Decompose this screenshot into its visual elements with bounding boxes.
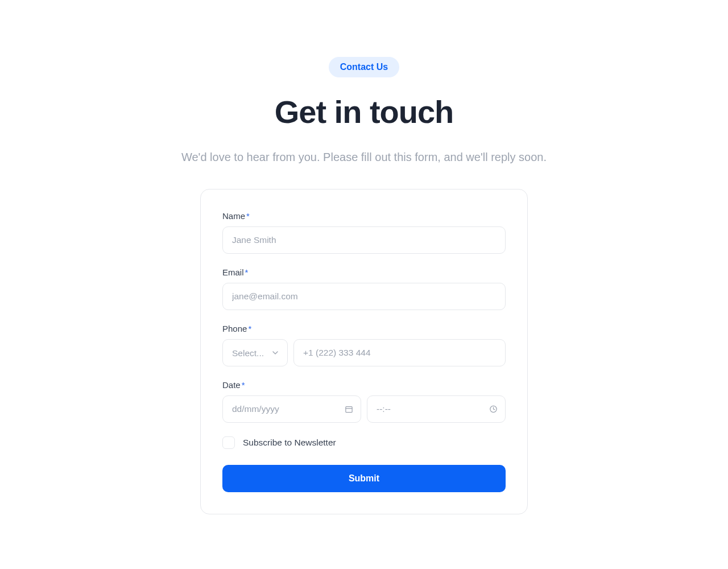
time-input[interactable] — [367, 395, 506, 423]
required-asterisk: * — [248, 324, 251, 333]
date-input[interactable] — [222, 395, 361, 423]
phone-label: Phone* — [222, 324, 506, 333]
email-input[interactable] — [222, 283, 506, 310]
date-label: Date* — [222, 380, 506, 390]
required-asterisk: * — [245, 267, 249, 277]
required-asterisk: * — [242, 380, 245, 390]
newsletter-checkbox[interactable] — [222, 436, 235, 449]
submit-button[interactable]: Submit — [222, 465, 506, 492]
newsletter-label: Subscribe to Newsletter — [243, 438, 336, 448]
phone-country-select[interactable]: Select... — [222, 339, 288, 366]
name-label: Name* — [222, 211, 506, 221]
required-asterisk: * — [246, 211, 250, 221]
name-input[interactable] — [222, 226, 506, 254]
page-title: Get in touch — [275, 93, 454, 130]
contact-form-card: Name* Email* Phone* Select... — [200, 189, 528, 514]
page-subtitle: We'd love to hear from you. Please fill … — [181, 151, 547, 164]
contact-badge: Contact Us — [329, 57, 399, 77]
phone-input[interactable] — [293, 339, 506, 366]
email-label: Email* — [222, 267, 506, 277]
